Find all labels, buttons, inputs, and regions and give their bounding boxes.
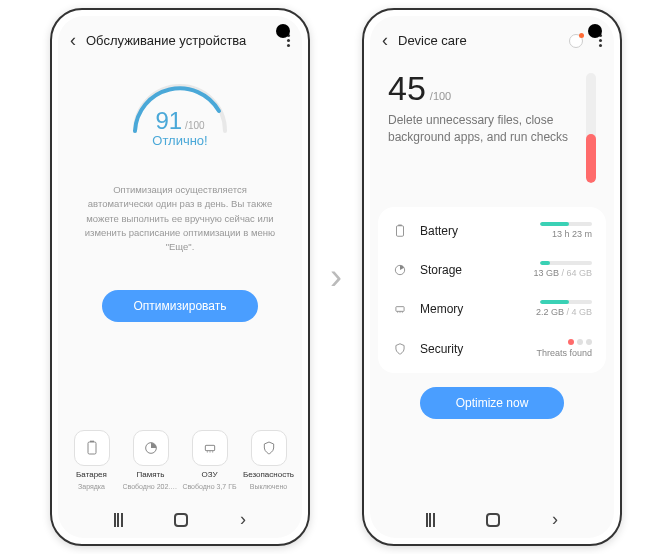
resource-list: Battery 13 h 23 m Storage 13 GB / 64 GB …	[378, 207, 606, 373]
category-label: Безопасность	[243, 470, 294, 479]
battery-icon	[84, 440, 100, 456]
camera-cutout	[588, 24, 602, 38]
category-row: Батарея Зарядка Память Свободно 202.4 ГБ…	[58, 420, 302, 495]
shield-icon	[261, 440, 277, 456]
row-value: 13 h 23 m	[552, 229, 592, 239]
phone-right: ‹ Device care 45 /100 Delete unnecessary…	[362, 8, 622, 546]
storage-icon	[393, 263, 407, 277]
storage-bar	[540, 261, 592, 265]
score-label: Отлично!	[120, 133, 240, 148]
nav-recent-icon[interactable]	[426, 513, 435, 527]
page-title: Device care	[398, 33, 559, 48]
category-security[interactable]: Безопасность Выключено	[241, 430, 297, 491]
category-label: Батарея	[76, 470, 107, 479]
score-value: 45	[388, 69, 426, 108]
row-storage[interactable]: Storage 13 GB / 64 GB	[392, 250, 592, 289]
score-value: 91	[155, 107, 182, 135]
tip-icon[interactable]	[569, 34, 583, 48]
header: ‹ Обслуживание устройства	[58, 16, 302, 61]
svg-rect-1	[90, 441, 94, 442]
battery-icon	[393, 224, 407, 238]
back-icon[interactable]: ‹	[382, 30, 388, 51]
row-label: Battery	[420, 224, 528, 238]
category-sub: Зарядка	[78, 483, 105, 491]
nav-home-icon[interactable]	[174, 513, 188, 527]
category-sub: Свободно 3,7 ГБ	[182, 483, 236, 491]
nav-home-icon[interactable]	[486, 513, 500, 527]
nav-bar: ‹	[370, 499, 614, 538]
description-text: Delete unnecessary files, close backgrou…	[388, 112, 574, 146]
score-section: 45 /100 Delete unnecessary files, close …	[370, 61, 614, 183]
memory-icon	[202, 440, 218, 456]
row-label: Memory	[420, 302, 524, 316]
category-label: ОЗУ	[201, 470, 217, 479]
score-bar	[586, 73, 596, 183]
score-max: /100	[185, 120, 204, 131]
back-icon[interactable]: ‹	[70, 30, 76, 51]
nav-bar: ‹	[58, 499, 302, 538]
row-security[interactable]: Security Threats found	[392, 328, 592, 369]
row-value: 13 GB / 64 GB	[533, 268, 592, 278]
category-memory[interactable]: ОЗУ Свободно 3,7 ГБ	[182, 430, 238, 491]
optimize-button[interactable]: Optimize now	[420, 387, 565, 419]
description-text: Оптимизация осуществляется автоматически…	[58, 159, 302, 266]
row-value: 2.2 GB / 4 GB	[536, 307, 592, 317]
row-value: Threats found	[536, 348, 592, 358]
category-sub: Свободно 202.4 ГБ	[123, 483, 179, 491]
row-memory[interactable]: Memory 2.2 GB / 4 GB	[392, 289, 592, 328]
svg-rect-8	[398, 224, 402, 225]
category-battery[interactable]: Батарея Зарядка	[64, 430, 120, 491]
category-label: Память	[137, 470, 165, 479]
memory-icon	[393, 302, 407, 316]
nav-back-icon[interactable]: ‹	[552, 509, 558, 530]
svg-rect-3	[205, 445, 214, 450]
camera-cutout	[276, 24, 290, 38]
nav-back-icon[interactable]: ‹	[240, 509, 246, 530]
score-bar-fill	[586, 134, 596, 184]
svg-rect-10	[396, 306, 404, 311]
page-title: Обслуживание устройства	[86, 33, 277, 48]
storage-icon	[143, 440, 159, 456]
shield-icon	[393, 342, 407, 356]
arrow-icon: ›	[330, 256, 342, 298]
row-battery[interactable]: Battery 13 h 23 m	[392, 211, 592, 250]
header: ‹ Device care	[370, 16, 614, 61]
security-dots	[568, 339, 592, 345]
category-storage[interactable]: Память Свободно 202.4 ГБ	[123, 430, 179, 491]
svg-rect-7	[397, 225, 404, 236]
battery-bar	[540, 222, 592, 226]
svg-rect-0	[88, 442, 96, 454]
nav-recent-icon[interactable]	[114, 513, 123, 527]
category-sub: Выключено	[250, 483, 287, 491]
optimize-button[interactable]: Оптимизировать	[102, 290, 259, 322]
row-label: Security	[420, 342, 524, 356]
score-gauge: 91 /100 Отлично!	[58, 61, 302, 159]
memory-bar	[540, 300, 592, 304]
phone-left: ‹ Обслуживание устройства 91 /100 Отличн…	[50, 8, 310, 546]
row-label: Storage	[420, 263, 521, 277]
score-max: /100	[430, 90, 451, 102]
